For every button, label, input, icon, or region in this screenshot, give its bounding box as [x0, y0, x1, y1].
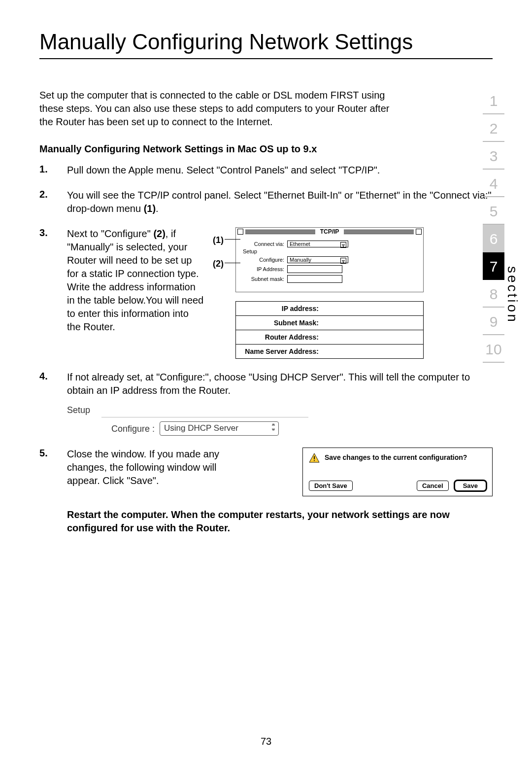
page-title: Manually Configuring Network Settings [39, 30, 493, 54]
dhcp-setup-figure: Setup Configure : Using DHCP Server [67, 402, 308, 436]
save-dialog-buttons: Don't Save Cancel Save [309, 481, 486, 491]
ip-address-row: IP Address: [240, 265, 419, 273]
ip-address-field[interactable] [287, 265, 342, 273]
section-tabs: 12345678910 [483, 87, 504, 363]
subnet-note-label: Subnet Mask: [236, 316, 323, 330]
section-tab-9[interactable]: 9 [483, 308, 504, 335]
subnet-mask-field[interactable] [287, 275, 342, 283]
router-note-label: Router Address: [236, 330, 323, 344]
configure-dropdown[interactable]: Manually [287, 256, 348, 263]
section-tab-6[interactable]: 6 [483, 225, 504, 252]
section-tab-2[interactable]: 2 [483, 114, 504, 142]
section-tab-3[interactable]: 3 [483, 142, 504, 170]
save-button[interactable]: Save [455, 481, 486, 491]
save-dialog-message-row: Save changes to the current configuratio… [309, 453, 486, 463]
section-tab-8[interactable]: 8 [483, 280, 504, 308]
svg-rect-1 [314, 456, 315, 459]
subnet-mask-row: Subnet mask: [240, 275, 419, 283]
spacer [359, 481, 411, 491]
ip-address-label: IP Address: [240, 266, 287, 272]
titlebar-stripes [344, 229, 414, 234]
section-tab-4[interactable]: 4 [483, 170, 504, 197]
ip-address-note-label: IP address: [236, 302, 323, 315]
page-number: 73 [0, 736, 532, 747]
titlebar-stripes [245, 229, 315, 234]
section-label: section [504, 266, 520, 324]
callout-numbers: (1) (2) [213, 227, 228, 236]
warning-icon [309, 453, 320, 463]
page: Manually Configuring Network Settings Se… [0, 0, 532, 760]
table-row: IP address: [236, 302, 423, 315]
step-2-callout: (1) [144, 203, 156, 214]
step-1-text: Pull down the Apple menu. Select "Contro… [67, 164, 380, 177]
section-tab-5[interactable]: 5 [483, 197, 504, 225]
window-zoom-box[interactable] [416, 229, 422, 235]
step-4-text: If not already set, at "Configure:", cho… [67, 371, 493, 436]
tcpip-panel[interactable]: TCP/IP Connect via: Ethernet Setup Co [235, 227, 424, 292]
subnet-mask-label: Subnet mask: [240, 276, 287, 282]
steps-list: Pull down the Apple menu. Select "Contro… [39, 164, 493, 535]
restart-note: Restart the computer. When the computer … [67, 508, 493, 535]
dont-save-button[interactable]: Don't Save [309, 481, 353, 491]
cancel-button[interactable]: Cancel [417, 481, 449, 491]
configure-label: Configure : [111, 423, 155, 435]
setup-group-label: Setup [67, 402, 94, 418]
step-4-text-a: If not already set, at "Configure:", cho… [67, 372, 418, 382]
step-5-text-a: Close the window. If you made any change… [67, 448, 244, 487]
step-1: Pull down the Apple menu. Select "Contro… [39, 164, 493, 177]
step-4: If not already set, at "Configure:", cho… [39, 371, 493, 436]
nameserver-note-value [323, 345, 423, 358]
callout-1-line [225, 239, 240, 240]
step-2: You will see the TCP/IP control panel. S… [39, 189, 493, 215]
step-3-text: Next to "Configure" (2), if "Manually" i… [67, 227, 205, 334]
table-row: Router Address: [236, 330, 423, 344]
ip-address-note-value [323, 302, 423, 315]
configure-row: Configure : Using DHCP Server [67, 421, 308, 436]
svg-rect-2 [314, 460, 315, 461]
step-2-text-c: . [156, 203, 159, 214]
subheading: Manually Configuring Network Settings in… [39, 143, 493, 155]
setup-group-label: Setup [243, 248, 419, 254]
address-note-table: IP address: Subnet Mask: Router Address: [235, 301, 424, 359]
router-note-value [323, 330, 423, 344]
step-5-text: Close the window. If you made any change… [67, 448, 493, 535]
callout-1: (1) [213, 235, 224, 245]
step-5: Close the window. If you made any change… [39, 448, 493, 535]
step-3-text-a: Next to "Configure" [67, 228, 153, 239]
connect-via-dropdown[interactable]: Ethernet [287, 241, 348, 247]
table-row: Name Server Address: [236, 344, 423, 358]
tcpip-titlebar[interactable]: TCP/IP [236, 228, 423, 236]
intro-paragraph: Set up the computer that is connected to… [39, 89, 394, 129]
step-3-callout: (2) [153, 228, 165, 239]
nameserver-note-label: Name Server Address: [236, 345, 323, 358]
connect-via-label: Connect via: [240, 241, 287, 247]
table-row: Subnet Mask: [236, 315, 423, 330]
configure-row: Configure: Manually [240, 256, 419, 263]
step-3-figure: TCP/IP Connect via: Ethernet Setup Co [235, 227, 424, 359]
section-tab-10[interactable]: 10 [483, 335, 504, 363]
configure-select[interactable]: Using DHCP Server [160, 421, 279, 436]
callout-2-line [225, 263, 240, 263]
subnet-note-value [323, 316, 423, 330]
step-3: Next to "Configure" (2), if "Manually" i… [39, 227, 493, 359]
step-2-text-a: You will see the TCP/IP control panel. S… [67, 190, 492, 214]
callout-2: (2) [213, 259, 224, 269]
title-rule [39, 58, 493, 59]
connect-via-row: Connect via: Ethernet [240, 241, 419, 247]
section-tab-1[interactable]: 1 [483, 87, 504, 114]
setup-rule [101, 417, 308, 417]
step-3-text-c: , if "Manually" is selected, your Router… [67, 228, 203, 332]
save-dialog-message: Save changes to the current configuratio… [325, 453, 467, 462]
save-dialog[interactable]: Save changes to the current configuratio… [302, 448, 493, 496]
tcpip-body: Connect via: Ethernet Setup Configure: M… [236, 236, 423, 292]
step-2-text: You will see the TCP/IP control panel. S… [67, 189, 493, 215]
configure-label: Configure: [240, 257, 287, 263]
window-close-box[interactable] [237, 229, 243, 235]
section-tab-7[interactable]: 7 [483, 252, 504, 280]
tcpip-title: TCP/IP [317, 228, 342, 235]
